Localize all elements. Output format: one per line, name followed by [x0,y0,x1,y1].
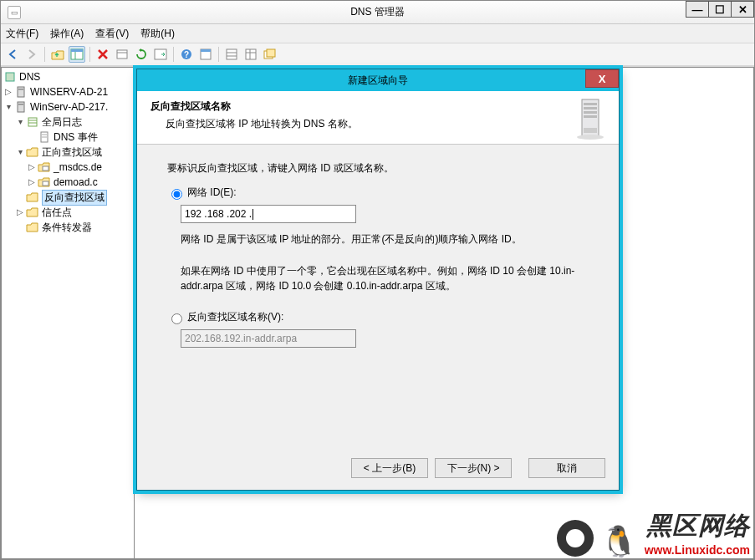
tree-zone-msdcs[interactable]: ▷ _msdcs.de [3,160,134,175]
svg-rect-13 [246,49,256,59]
titlebar[interactable]: ▭ DNS 管理器 — ☐ ✕ [1,1,754,24]
export-list-icon[interactable] [152,46,169,63]
svg-rect-1 [71,49,83,52]
menu-help[interactable]: 帮助(H) [140,27,175,41]
dialog-close-button[interactable]: X [585,69,619,88]
server-tower-icon [574,98,607,142]
back-button[interactable]: < 上一步(B) [351,458,428,478]
menu-view[interactable]: 查看(V) [95,27,129,41]
dialog-body: 要标识反向查找区域，请键入网络 ID 或区域名称。 网络 ID(E): 192 … [137,145,619,364]
zone-name-value: 202.168.192.in-addr.arpa [185,333,297,344]
dialog-title: 新建区域向导 [348,74,408,88]
collapse-icon[interactable]: ▾ [15,117,25,127]
svg-rect-30 [43,181,48,186]
dialog-header: 反向查找区域名称 反向查找区域将 IP 地址转换为 DNS 名称。 [137,91,619,145]
tree-zone-demoad[interactable]: ▷ demoad.c [3,175,134,190]
detail-pane-icon[interactable] [242,46,259,63]
tree-reverse-zones[interactable]: 反向查找区域 [3,190,134,205]
doc-icon [38,131,51,143]
svg-rect-35 [584,115,597,118]
list-pane-icon[interactable] [223,46,240,63]
folder-icon [26,146,39,158]
zone-name-input: 202.168.192.in-addr.arpa [181,329,356,348]
up-folder-icon[interactable] [49,46,66,63]
forward-arrow-icon[interactable] [23,46,40,63]
tree-dns-event[interactable]: DNS 事件 [3,130,134,145]
option-network-id-row[interactable]: 网络 ID(E): [167,186,589,200]
svg-rect-23 [28,118,37,126]
zone-icon [38,161,51,173]
svg-rect-3 [117,50,127,59]
panes-icon[interactable] [69,46,85,63]
toolbar-separator [89,47,90,62]
properties-icon[interactable] [197,46,214,63]
tree-pane[interactable]: DNS ▷ WINSERV-AD-21 ▾ WinServ-AD-217. [1,67,135,559]
next-button[interactable]: 下一步(N) > [435,458,512,478]
delete-icon[interactable] [94,46,111,63]
expand-icon[interactable]: ▷ [27,177,37,187]
zone-name-radio[interactable] [171,313,182,324]
svg-rect-19 [18,87,24,97]
option-zone-name-row[interactable]: 反向查找区域名称(V): [167,310,589,324]
svg-rect-21 [18,102,24,112]
back-arrow-icon[interactable] [4,46,21,63]
tree-node-label: 条件转发器 [42,221,92,235]
network-id-value: 192 .168 .202 . [185,208,252,220]
window-controls: — ☐ ✕ [686,1,754,18]
dialog-header-sub: 反向查找区域将 IP 地址转换为 DNS 名称。 [166,117,605,131]
folder-icon [26,191,39,203]
window-title: DNS 管理器 [1,5,754,19]
expand-icon[interactable]: ▷ [3,87,13,97]
collapse-icon[interactable]: ▾ [3,102,13,112]
minimize-button[interactable]: — [686,1,709,18]
zone-name-label[interactable]: 反向查找区域名称(V): [187,310,283,324]
tree-node-label: demoad.c [54,176,98,188]
tree-node-label: WinServ-AD-217. [30,101,108,113]
tree-node-label: _msdcs.de [54,161,102,173]
cancel-button[interactable]: 取消 [528,458,605,478]
network-id-label[interactable]: 网络 ID(E): [187,186,237,200]
tree-node-label: 信任点 [42,206,72,220]
tree-global-log[interactable]: ▾ 全局日志 [3,115,134,130]
network-id-desc: 网络 ID 是属于该区域 IP 地址的部分。用正常(不是反向的)顺序输入网络 I… [181,232,589,247]
tree-trust-points[interactable]: ▷ 信任点 [3,205,134,220]
tree-node-label: WINSERV-AD-21 [30,86,108,98]
app-icon: ▭ [8,6,21,19]
network-id-input[interactable]: 192 .168 .202 . [181,205,356,223]
expand-icon[interactable]: ▷ [27,162,37,172]
tree-root-label: DNS [19,71,40,83]
close-button[interactable]: ✕ [731,1,754,18]
folder-icon [26,206,39,218]
collapse-icon[interactable]: ▾ [15,147,25,157]
tree-root-dns[interactable]: DNS [3,69,134,84]
text-caret [253,209,253,220]
dialog-header-title: 反向查找区域名称 [150,99,605,114]
new-zone-wizard-dialog: 新建区域向导 X 反向查找区域名称 反向查找区域将 IP 地址转换为 DNS 名… [136,69,620,491]
refresh-icon[interactable] [114,46,130,63]
refresh-green-icon[interactable] [133,46,150,63]
expand-icon[interactable]: ▷ [15,207,25,217]
dialog-footer: < 上一步(B) 下一步(N) > 取消 [351,458,605,478]
tree-server-1[interactable]: ▷ WINSERV-AD-21 [3,84,134,99]
svg-rect-10 [227,49,237,59]
dns-root-icon [3,71,17,83]
book-icon [26,116,39,128]
server-icon [14,101,28,113]
menu-action[interactable]: 操作(A) [50,27,84,41]
tree-forward-zones[interactable]: ▾ 正向查找区域 [3,145,134,160]
tree-node-label: 全局日志 [42,115,82,130]
tree-node-label: DNS 事件 [54,130,98,145]
tree-conditional-forwarders[interactable]: 条件转发器 [3,220,134,235]
server-icon [14,86,28,98]
toolbar: ? [1,43,754,66]
maximize-button[interactable]: ☐ [708,1,732,18]
new-window-icon[interactable] [262,46,278,63]
menubar: 文件(F) 操作(A) 查看(V) 帮助(H) [1,24,754,43]
menu-file[interactable]: 文件(F) [6,27,38,41]
svg-rect-9 [201,49,211,52]
help-icon[interactable]: ? [178,46,195,63]
network-id-radio[interactable] [171,189,182,200]
tree-server-2[interactable]: ▾ WinServ-AD-217. [3,99,134,115]
toolbar-separator [44,47,45,62]
dialog-titlebar[interactable]: 新建区域向导 X [137,69,619,91]
